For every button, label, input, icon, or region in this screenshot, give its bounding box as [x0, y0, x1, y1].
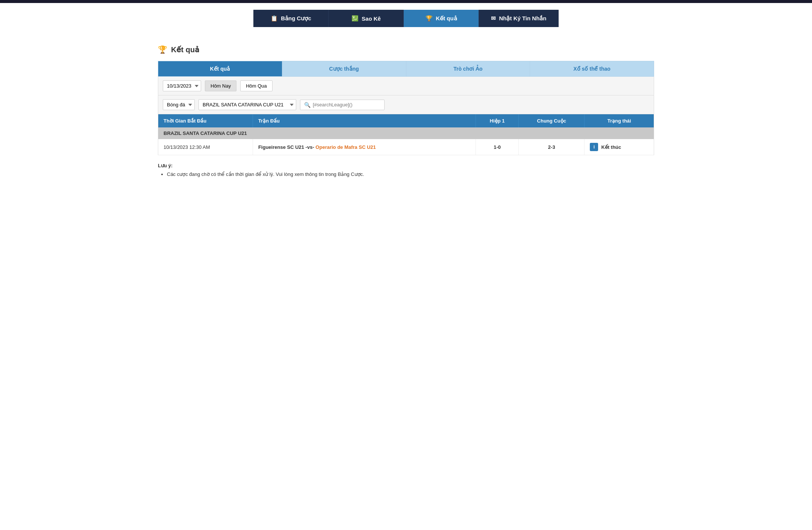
hom-nay-button[interactable]: Hôm Nay	[205, 80, 236, 91]
group-row: BRAZIL SANTA CATARINA CUP U21	[158, 127, 654, 139]
nav-sao-ke[interactable]: 💹 Sao Kê	[329, 10, 404, 27]
status-text: Kết thúc	[601, 144, 621, 150]
tab-cuoc-thang[interactable]: Cược thắng	[282, 61, 406, 76]
sao-ke-label: Sao Kê	[362, 15, 381, 22]
match-home: Figueirense SC U21 -vs-	[258, 144, 314, 150]
section-icon: 🏆	[158, 45, 167, 54]
col-chung-cuoc: Chung Cuộc	[518, 114, 585, 127]
tab-xo-so-the-thao[interactable]: Xổ số thể thao	[530, 61, 654, 76]
tab-ket-qua[interactable]: Kết quả	[158, 61, 282, 76]
date-select[interactable]: 10/13/2023	[163, 80, 201, 91]
ket-qua-label: Kết quả	[436, 15, 457, 22]
nav-ket-qua[interactable]: 🏆 Kết quả	[404, 10, 479, 27]
hom-qua-button[interactable]: Hôm Qua	[240, 80, 273, 91]
info-button[interactable]: i	[590, 143, 598, 151]
trang-thai-cell: i Kết thúc	[585, 139, 654, 155]
col-trang-thai: Trạng thái	[585, 114, 654, 127]
col-time: Thời Gian Bắt Đầu	[158, 114, 253, 127]
page-title: Kết quả	[171, 45, 199, 54]
league-select[interactable]: BRAZIL SANTA CATARINA CUP U21	[198, 99, 296, 110]
section-header: 🏆 Kết quả	[158, 45, 654, 54]
col-hiep1: Hiệp 1	[476, 114, 519, 127]
match-time: 10/13/2023 12:30 AM	[158, 139, 253, 155]
results-table: Thời Gian Bắt Đầu Trận Đấu Hiệp 1 Chung …	[158, 114, 654, 155]
match-teams: Figueirense SC U21 -vs- Operario de Mafr…	[253, 139, 476, 155]
bang-cuoc-label: Bảng Cược	[281, 15, 311, 22]
filters-row-1: 10/13/2023 Hôm Nay Hôm Qua	[158, 77, 654, 95]
bang-cuoc-icon: 📋	[271, 15, 278, 22]
chung-cuoc-cell: 2-3	[518, 139, 585, 155]
top-bar	[0, 0, 812, 3]
table-row: 10/13/2023 12:30 AM Figueirense SC U21 -…	[158, 139, 654, 155]
search-box: 🔍	[300, 100, 385, 110]
sao-ke-icon: 💹	[351, 15, 359, 22]
nav-bar: 📋 Bảng Cược 💹 Sao Kê 🏆 Kết quả ✉ Nhật Ký…	[0, 3, 812, 34]
note-list: Các cược đang chờ có thể cần thời gian đ…	[158, 171, 654, 179]
note-section: Lưu ý: Các cược đang chờ có thể cần thời…	[158, 155, 654, 186]
nav-nhat-ky[interactable]: ✉ Nhật Ký Tin Nhắn	[479, 10, 558, 27]
page-content: 🏆 Kết quả Kết quả Cược thắng Trò chơi Ảo…	[143, 34, 669, 197]
nhat-ky-icon: ✉	[491, 15, 496, 22]
hiep1-score: 1-0	[476, 139, 519, 155]
tab-tro-choi-ao[interactable]: Trò chơi Ảo	[406, 61, 530, 76]
match-away: Operario de Mafra SC U21	[315, 144, 376, 150]
search-input[interactable]	[313, 102, 380, 108]
tabs-bar: Kết quả Cược thắng Trò chơi Ảo Xổ số thể…	[158, 61, 654, 77]
note-title: Lưu ý:	[158, 163, 654, 168]
ket-qua-icon: 🏆	[426, 15, 433, 22]
col-match: Trận Đấu	[253, 114, 476, 127]
status-column: i Kết thúc	[590, 143, 648, 151]
table-header-row: Thời Gian Bắt Đầu Trận Đấu Hiệp 1 Chung …	[158, 114, 654, 127]
search-icon: 🔍	[304, 102, 311, 108]
nhat-ky-label: Nhật Ký Tin Nhắn	[499, 15, 546, 22]
note-item: Các cược đang chờ có thể cần thời gian đ…	[167, 171, 654, 179]
group-name: BRAZIL SANTA CATARINA CUP U21	[158, 127, 654, 139]
sport-select[interactable]: Bóng đá	[163, 99, 195, 110]
chung-cuoc-score: 2-3	[548, 144, 555, 150]
nav-bang-cuoc[interactable]: 📋 Bảng Cược	[253, 10, 329, 27]
filters-row-2: Bóng đá BRAZIL SANTA CATARINA CUP U21 🔍	[158, 95, 654, 114]
